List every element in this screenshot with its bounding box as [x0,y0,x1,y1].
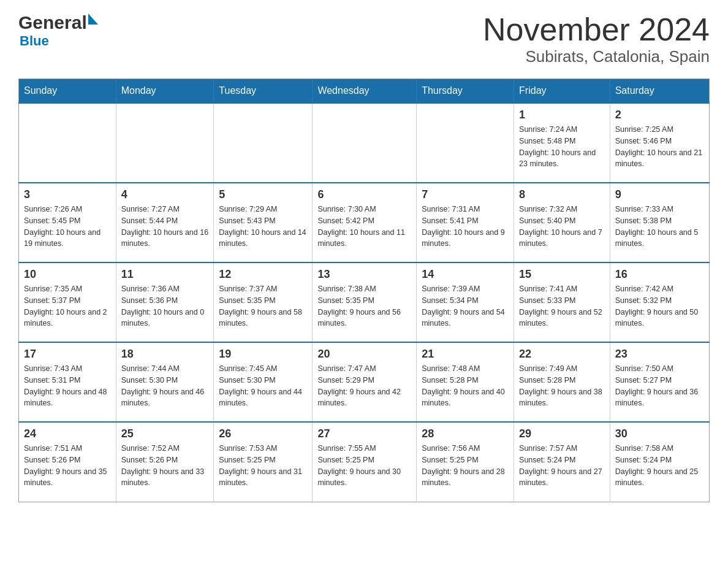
day-number: 8 [519,188,605,201]
day-number: 20 [317,348,411,361]
weekday-header-wednesday: Wednesday [313,79,417,104]
weekday-header-thursday: Thursday [417,79,514,104]
day-cell: 1Sunrise: 7:24 AMSunset: 5:48 PMDaylight… [514,103,610,183]
day-number: 16 [615,268,704,281]
day-number: 28 [422,427,509,440]
day-info: Sunrise: 7:53 AMSunset: 5:25 PMDaylight:… [219,443,307,489]
day-number: 13 [317,268,411,281]
day-cell: 5Sunrise: 7:29 AMSunset: 5:43 PMDaylight… [214,183,313,262]
day-info: Sunrise: 7:24 AMSunset: 5:48 PMDaylight:… [519,124,605,170]
title-block: November 2024 Subirats, Catalonia, Spain [483,12,710,66]
day-info: Sunrise: 7:25 AMSunset: 5:46 PMDaylight:… [615,124,704,170]
day-cell: 23Sunrise: 7:50 AMSunset: 5:27 PMDayligh… [610,342,709,422]
day-info: Sunrise: 7:41 AMSunset: 5:33 PMDaylight:… [519,283,605,329]
day-info: Sunrise: 7:29 AMSunset: 5:43 PMDaylight:… [219,204,307,250]
day-cell: 17Sunrise: 7:43 AMSunset: 5:31 PMDayligh… [19,342,116,422]
day-cell [214,103,313,183]
day-cell: 6Sunrise: 7:30 AMSunset: 5:42 PMDaylight… [313,183,417,262]
logo-general-text: General [18,12,87,33]
day-info: Sunrise: 7:52 AMSunset: 5:26 PMDaylight:… [121,443,209,489]
day-cell: 12Sunrise: 7:37 AMSunset: 5:35 PMDayligh… [214,262,313,342]
weekday-header-monday: Monday [116,79,214,104]
day-number: 6 [317,188,411,201]
day-info: Sunrise: 7:39 AMSunset: 5:34 PMDaylight:… [422,283,509,329]
day-number: 15 [519,268,605,281]
day-number: 14 [422,268,509,281]
day-info: Sunrise: 7:33 AMSunset: 5:38 PMDaylight:… [615,204,704,250]
day-cell: 25Sunrise: 7:52 AMSunset: 5:26 PMDayligh… [116,422,214,502]
day-info: Sunrise: 7:30 AMSunset: 5:42 PMDaylight:… [317,204,411,250]
day-number: 26 [219,427,307,440]
logo: General Blue [18,12,98,49]
page-header: General Blue November 2024 Subirats, Cat… [18,12,710,66]
day-number: 25 [121,427,209,440]
calendar-table: SundayMondayTuesdayWednesdayThursdayFrid… [18,79,710,502]
logo-arrow-icon [88,13,98,25]
day-cell [19,103,116,183]
day-cell: 14Sunrise: 7:39 AMSunset: 5:34 PMDayligh… [417,262,514,342]
weekday-header-row: SundayMondayTuesdayWednesdayThursdayFrid… [19,79,710,104]
day-info: Sunrise: 7:42 AMSunset: 5:32 PMDaylight:… [615,283,704,329]
day-cell: 13Sunrise: 7:38 AMSunset: 5:35 PMDayligh… [313,262,417,342]
day-cell: 7Sunrise: 7:31 AMSunset: 5:41 PMDaylight… [417,183,514,262]
day-number: 18 [121,348,209,361]
day-number: 1 [519,109,605,121]
week-row-2: 3Sunrise: 7:26 AMSunset: 5:45 PMDaylight… [19,183,710,262]
day-number: 24 [24,427,111,440]
day-cell: 27Sunrise: 7:55 AMSunset: 5:25 PMDayligh… [313,422,417,502]
day-info: Sunrise: 7:32 AMSunset: 5:40 PMDaylight:… [519,204,605,250]
day-cell: 30Sunrise: 7:58 AMSunset: 5:24 PMDayligh… [610,422,709,502]
day-info: Sunrise: 7:31 AMSunset: 5:41 PMDaylight:… [422,204,509,250]
day-cell: 22Sunrise: 7:49 AMSunset: 5:28 PMDayligh… [514,342,610,422]
day-cell [417,103,514,183]
day-cell: 20Sunrise: 7:47 AMSunset: 5:29 PMDayligh… [313,342,417,422]
day-cell: 11Sunrise: 7:36 AMSunset: 5:36 PMDayligh… [116,262,214,342]
day-number: 17 [24,348,111,361]
day-cell: 4Sunrise: 7:27 AMSunset: 5:44 PMDaylight… [116,183,214,262]
day-number: 22 [519,348,605,361]
day-info: Sunrise: 7:36 AMSunset: 5:36 PMDaylight:… [121,283,209,329]
day-cell: 19Sunrise: 7:45 AMSunset: 5:30 PMDayligh… [214,342,313,422]
day-cell [116,103,214,183]
day-cell: 26Sunrise: 7:53 AMSunset: 5:25 PMDayligh… [214,422,313,502]
day-cell: 10Sunrise: 7:35 AMSunset: 5:37 PMDayligh… [19,262,116,342]
day-info: Sunrise: 7:27 AMSunset: 5:44 PMDaylight:… [121,204,209,250]
weekday-header-sunday: Sunday [19,79,116,104]
day-number: 27 [317,427,411,440]
day-number: 29 [519,427,605,440]
day-info: Sunrise: 7:35 AMSunset: 5:37 PMDaylight:… [24,283,111,329]
week-row-1: 1Sunrise: 7:24 AMSunset: 5:48 PMDaylight… [19,103,710,183]
day-info: Sunrise: 7:55 AMSunset: 5:25 PMDaylight:… [317,443,411,489]
day-number: 7 [422,188,509,201]
day-number: 12 [219,268,307,281]
day-cell: 24Sunrise: 7:51 AMSunset: 5:26 PMDayligh… [19,422,116,502]
day-info: Sunrise: 7:44 AMSunset: 5:30 PMDaylight:… [121,363,209,409]
day-number: 3 [24,188,111,201]
day-info: Sunrise: 7:49 AMSunset: 5:28 PMDaylight:… [519,363,605,409]
day-cell: 15Sunrise: 7:41 AMSunset: 5:33 PMDayligh… [514,262,610,342]
week-row-3: 10Sunrise: 7:35 AMSunset: 5:37 PMDayligh… [19,262,710,342]
logo-blue-text: Blue [20,33,49,49]
calendar-subtitle: Subirats, Catalonia, Spain [483,47,710,66]
day-info: Sunrise: 7:57 AMSunset: 5:24 PMDaylight:… [519,443,605,489]
day-cell: 18Sunrise: 7:44 AMSunset: 5:30 PMDayligh… [116,342,214,422]
day-info: Sunrise: 7:51 AMSunset: 5:26 PMDaylight:… [24,443,111,489]
day-number: 9 [615,188,704,201]
day-cell [313,103,417,183]
day-number: 5 [219,188,307,201]
day-info: Sunrise: 7:26 AMSunset: 5:45 PMDaylight:… [24,204,111,250]
calendar-title: November 2024 [483,12,710,47]
day-cell: 3Sunrise: 7:26 AMSunset: 5:45 PMDaylight… [19,183,116,262]
day-info: Sunrise: 7:37 AMSunset: 5:35 PMDaylight:… [219,283,307,329]
day-cell: 8Sunrise: 7:32 AMSunset: 5:40 PMDaylight… [514,183,610,262]
day-info: Sunrise: 7:47 AMSunset: 5:29 PMDaylight:… [317,363,411,409]
day-cell: 16Sunrise: 7:42 AMSunset: 5:32 PMDayligh… [610,262,709,342]
day-cell: 2Sunrise: 7:25 AMSunset: 5:46 PMDaylight… [610,103,709,183]
day-info: Sunrise: 7:45 AMSunset: 5:30 PMDaylight:… [219,363,307,409]
day-cell: 9Sunrise: 7:33 AMSunset: 5:38 PMDaylight… [610,183,709,262]
day-number: 21 [422,348,509,361]
day-info: Sunrise: 7:56 AMSunset: 5:25 PMDaylight:… [422,443,509,489]
day-number: 2 [615,109,704,121]
day-number: 4 [121,188,209,201]
weekday-header-tuesday: Tuesday [214,79,313,104]
